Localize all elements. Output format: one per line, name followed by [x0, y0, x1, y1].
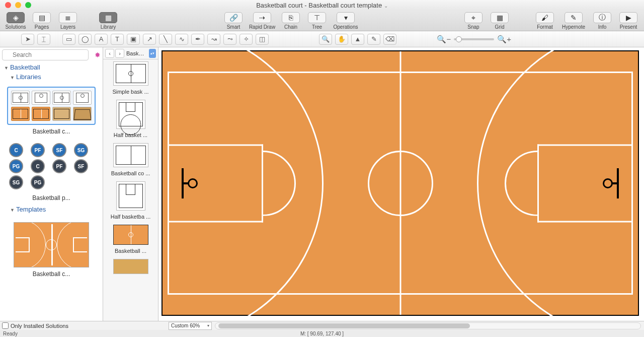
smart-button[interactable]: 🔗 Smart: [221, 12, 246, 30]
zoom-in-icon[interactable]: 🔍+: [497, 35, 511, 44]
gallery-item[interactable]: Simple bask ...: [106, 61, 155, 95]
only-installed-checkbox[interactable]: Only Installed Solutions: [0, 322, 103, 329]
shape-gallery: ‹ › Basket... ▴▾ Simple bask ... Half ba…: [103, 47, 158, 321]
gallery-forward[interactable]: ›: [115, 49, 124, 58]
gallery-back[interactable]: ‹: [105, 49, 114, 58]
gallery-item[interactable]: Basketball ...: [106, 225, 155, 254]
text-select-tool[interactable]: ⌶: [37, 34, 50, 45]
crop-tool[interactable]: ◫: [256, 34, 269, 45]
lib-template[interactable]: Basketball c...: [0, 216, 103, 281]
basketball-court[interactable]: [162, 50, 639, 316]
library-icon: ▦: [99, 12, 117, 23]
scroll-thumb[interactable]: [218, 323, 470, 328]
lib-positions[interactable]: C PF SF SG PG C PF SF SG PG Basketball p…: [0, 138, 103, 205]
connector-tool[interactable]: ↝: [207, 34, 220, 45]
zoom-select[interactable]: Custom 60%▾: [169, 322, 212, 330]
pos-chip[interactable]: SG: [9, 175, 23, 189]
minimize-window[interactable]: [15, 2, 21, 8]
format-button[interactable]: 🖌 Format: [532, 12, 557, 30]
format-icon: 🖌: [536, 12, 554, 23]
zoom-out-icon[interactable]: 🔍−: [437, 35, 451, 44]
eraser-tool[interactable]: ⌫: [383, 34, 396, 45]
solutions-button[interactable]: ◈ Solutions: [3, 12, 28, 30]
info-label: Info: [598, 24, 607, 30]
search-input[interactable]: [2, 49, 89, 60]
pos-chip[interactable]: C: [9, 143, 23, 157]
only-installed-input[interactable]: [2, 322, 9, 329]
pos-chip[interactable]: SF: [74, 159, 88, 173]
rapid-draw-button[interactable]: ⇢ Rapid Draw: [247, 12, 277, 30]
callout-tool[interactable]: ▣: [127, 34, 140, 45]
pos-chip[interactable]: C: [31, 159, 45, 173]
snap-button[interactable]: ⌖ Snap: [461, 12, 486, 30]
free-tool[interactable]: ✧: [239, 34, 253, 45]
zoom-tool[interactable]: 🔍: [319, 34, 332, 45]
bezier-tool[interactable]: ⤳: [223, 34, 236, 45]
pos-chip[interactable]: SG: [74, 143, 88, 157]
tree-root-basketball[interactable]: ▼Basketball: [4, 63, 99, 71]
layers-button[interactable]: ≣ Layers: [55, 12, 80, 30]
pos-chip[interactable]: PG: [9, 159, 23, 173]
fill-tool[interactable]: ▲: [351, 34, 364, 45]
present-button[interactable]: ▶ Present: [616, 12, 641, 30]
arrow-tool[interactable]: ↗: [143, 34, 156, 45]
chain-icon: ⎘: [282, 12, 300, 23]
hand-tool[interactable]: ✋: [335, 34, 348, 45]
snap-label: Snap: [467, 24, 479, 30]
pages-button[interactable]: ▤ Pages: [29, 12, 54, 30]
window-title-text: Basketball court - Basketball court temp…: [256, 2, 382, 9]
lib-positions-label: Basketball p...: [7, 194, 96, 201]
snap-icon: ⌖: [464, 12, 482, 23]
text-tool[interactable]: A: [95, 34, 108, 45]
grid-button[interactable]: ▦ Grid: [487, 12, 512, 30]
textbox-tool[interactable]: T: [111, 34, 124, 45]
rect-tool[interactable]: ▭: [62, 34, 75, 45]
canvas[interactable]: [158, 47, 644, 321]
pos-chip[interactable]: PF: [31, 143, 45, 157]
grid-label: Grid: [495, 24, 505, 30]
status-bar: Ready M: [ 90.69, 127.40 ]: [0, 330, 644, 337]
zoom-track[interactable]: [454, 38, 494, 40]
pin-icon[interactable]: ✸: [95, 51, 101, 59]
footer-row: Only Installed Solutions Custom 60%▾: [0, 321, 644, 330]
eyedropper-tool[interactable]: ✎: [367, 34, 380, 45]
pos-chip[interactable]: SF: [52, 143, 66, 157]
tree-templates[interactable]: ▼Templates: [10, 206, 99, 213]
ellipse-tool[interactable]: ◯: [78, 34, 92, 45]
pos-chip[interactable]: PG: [31, 175, 45, 189]
tree-root-label: Basketball: [10, 63, 40, 71]
select-tool[interactable]: ➤: [21, 34, 34, 45]
line-tool[interactable]: ╲: [159, 34, 172, 45]
library-label: Library: [101, 24, 116, 30]
tree-button[interactable]: ⊤ Tree: [304, 12, 330, 30]
horizontal-scrollbar[interactable]: [215, 322, 641, 329]
body: 🔍 ✸ ▼Basketball ▼Libraries Basketball c.…: [0, 47, 644, 321]
lib-courts[interactable]: Basketball c...: [0, 84, 103, 138]
tree-libraries[interactable]: ▼Libraries: [10, 73, 99, 81]
hypernote-button[interactable]: ✎ Hypernote: [558, 12, 589, 30]
zoom-thumb[interactable]: [456, 36, 462, 42]
gallery-item[interactable]: Half basketba ...: [106, 181, 155, 220]
lib-template-label: Basketball c...: [7, 271, 96, 278]
solutions-label: Solutions: [5, 24, 26, 30]
operations-button[interactable]: ▾ Operations: [331, 12, 361, 30]
only-installed-label: Only Installed Solutions: [11, 323, 68, 329]
gallery-item[interactable]: [106, 259, 155, 277]
pages-icon: ▤: [33, 12, 51, 23]
gallery-stepper[interactable]: ▴▾: [149, 49, 156, 58]
curve-tool[interactable]: ∿: [175, 34, 188, 45]
template-thumb[interactable]: [14, 222, 89, 267]
chain-button[interactable]: ⎘ Chain: [278, 12, 303, 30]
gallery-item[interactable]: Basketball co ...: [106, 143, 155, 176]
library-button[interactable]: ▦ Library: [96, 12, 121, 30]
gallery-item[interactable]: Half basket ...: [106, 100, 155, 138]
info-button[interactable]: ⓘ Info: [590, 12, 615, 30]
close-window[interactable]: [5, 2, 11, 8]
titlebar: Basketball court - Basketball court temp…: [0, 0, 644, 10]
zoom-slider[interactable]: 🔍− 🔍+: [437, 35, 511, 44]
title-dropdown-icon[interactable]: ⌄: [384, 3, 388, 9]
zoom-window[interactable]: [25, 2, 31, 8]
pos-chip[interactable]: PF: [52, 159, 66, 173]
pen-tool[interactable]: ✒: [191, 34, 204, 45]
main-toolbar: ◈ Solutions ▤ Pages ≣ Layers ▦ Library 🔗…: [0, 10, 644, 31]
